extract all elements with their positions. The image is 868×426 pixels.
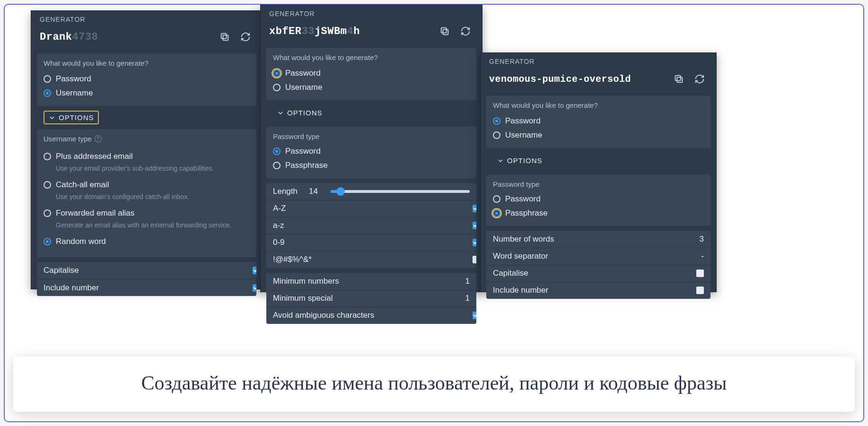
generator-panel-passphrase: GENERATOR venomous-pumice-oversold What … — [480, 52, 717, 292]
radio-icon — [273, 162, 281, 169]
generate-type-section: What would you like to generate? Passwor… — [37, 53, 256, 106]
radio-catchall[interactable]: Catch-all email — [44, 178, 250, 192]
row-include-number[interactable]: Include number — [37, 279, 256, 296]
radio-ptype-password[interactable]: Password — [493, 192, 704, 206]
username-type-label: Username type ? — [44, 135, 250, 143]
radio-icon — [273, 70, 281, 77]
options-toggle[interactable]: OPTIONS — [493, 155, 546, 166]
row-avoid-ambiguous[interactable]: Avoid ambiguous characters — [266, 307, 476, 324]
radio-icon — [273, 148, 281, 155]
checkbox-icon — [473, 256, 476, 263]
regenerate-icon[interactable] — [692, 71, 708, 87]
username-type-section: Username type ? Plus addressed email Use… — [37, 129, 256, 257]
radio-icon — [44, 238, 51, 245]
radio-plus-addressed[interactable]: Plus addressed email — [44, 149, 250, 164]
radio-icon — [44, 209, 51, 217]
radio-username[interactable]: Username — [493, 128, 704, 142]
generator-panel-username: GENERATOR Drank4738 What would you like … — [31, 10, 263, 289]
row-capitalise[interactable]: Capitalise — [37, 262, 256, 279]
username-extra-options: Capitalise Include number — [37, 262, 256, 296]
options-toggle[interactable]: OPTIONS — [44, 111, 99, 124]
row-min-numbers[interactable]: Minimum numbers 1 — [266, 273, 476, 290]
caption-banner: Создавайте надёжные имена пользователей,… — [13, 356, 855, 412]
row-num-words[interactable]: Number of words 3 — [486, 231, 710, 248]
generate-type-question: What would you like to generate? — [493, 101, 704, 109]
regenerate-icon[interactable] — [237, 29, 254, 45]
generator-panel-password: GENERATOR xbfER33jSWBm4h What would you … — [260, 5, 482, 292]
row-lowercase[interactable]: a-z — [266, 217, 476, 234]
copy-icon[interactable] — [437, 23, 453, 39]
chevron-down-icon — [48, 114, 56, 122]
radio-ptype-passphrase[interactable]: Passphrase — [493, 206, 704, 220]
radio-icon — [493, 117, 500, 125]
radio-label: Username — [56, 88, 93, 98]
radio-icon — [44, 75, 51, 83]
radio-icon — [273, 84, 281, 91]
radio-icon — [44, 89, 51, 97]
svg-rect-0 — [223, 35, 228, 40]
option-description: Use your email provider's sub-addressing… — [56, 165, 250, 172]
checkbox-icon — [473, 312, 476, 319]
generated-output: Drank4738 — [40, 31, 98, 43]
radio-password[interactable]: Password — [44, 72, 250, 86]
password-type-label: Password type — [273, 132, 470, 140]
options-header-row: OPTIONS — [266, 105, 476, 122]
row-uppercase[interactable]: A-Z — [266, 200, 476, 217]
svg-rect-3 — [441, 28, 447, 33]
generated-output: xbfER33jSWBm4h — [269, 26, 360, 37]
option-description: Generate an email alias with an external… — [56, 221, 250, 229]
password-type-section: Password type Password Passphrase — [266, 127, 476, 178]
slider-thumb[interactable] — [336, 187, 345, 196]
stage: GENERATOR Drank4738 What would you like … — [4, 4, 864, 422]
radio-ptype-passphrase[interactable]: Passphrase — [273, 158, 470, 173]
row-include-number[interactable]: Include number — [486, 282, 710, 299]
row-digits[interactable]: 0-9 — [266, 234, 476, 251]
radio-username[interactable]: Username — [44, 86, 250, 100]
panel-title: GENERATOR — [261, 5, 482, 20]
radio-ptype-password[interactable]: Password — [273, 144, 470, 158]
length-slider[interactable] — [331, 190, 470, 193]
panel-title: GENERATOR — [31, 11, 262, 26]
panel-title: GENERATOR — [481, 53, 716, 68]
radio-icon — [493, 131, 500, 139]
options-header-row: OPTIONS — [37, 111, 256, 124]
output-number: 4738 — [72, 31, 98, 43]
svg-rect-4 — [677, 77, 682, 82]
row-word-separator[interactable]: Word separator - — [486, 248, 710, 265]
radio-random-word[interactable]: Random word — [44, 235, 250, 249]
radio-icon — [44, 153, 51, 160]
generated-output-row: xbfER33jSWBm4h — [261, 20, 482, 48]
option-description: Use your domain's configured catch-all i… — [56, 193, 250, 200]
help-icon[interactable]: ? — [95, 135, 102, 142]
checkbox-icon — [253, 284, 256, 292]
row-min-special[interactable]: Minimum special 1 — [266, 290, 476, 307]
checkbox-icon — [473, 239, 476, 246]
passphrase-options: Number of words 3 Word separator - Capit… — [486, 231, 710, 299]
generated-output-row: venomous-pumice-oversold — [481, 68, 716, 96]
row-length[interactable]: Length 14 — [266, 183, 476, 200]
password-min-options: Minimum numbers 1 Minimum special 1 Avoi… — [266, 273, 476, 324]
generated-output-row: Drank4738 — [31, 26, 262, 53]
row-capitalise[interactable]: Capitalise — [486, 265, 710, 282]
regenerate-icon[interactable] — [457, 23, 473, 39]
length-value: 14 — [309, 187, 322, 196]
password-type-label: Password type — [493, 180, 704, 188]
copy-icon[interactable] — [671, 71, 687, 87]
copy-icon[interactable] — [217, 29, 233, 45]
options-toggle[interactable]: OPTIONS — [273, 107, 326, 119]
password-char-options: Length 14 A-Z a-z 0-9 !@#$%^&* — [266, 183, 476, 268]
row-special[interactable]: !@#$%^&* — [266, 251, 476, 268]
radio-username[interactable]: Username — [273, 80, 470, 95]
svg-rect-2 — [443, 29, 448, 35]
radio-password[interactable]: Password — [493, 114, 704, 128]
radio-forwarded-alias[interactable]: Forwarded email alias — [44, 206, 250, 220]
radio-password[interactable]: Password — [273, 66, 470, 80]
checkbox-icon — [696, 287, 704, 294]
checkbox-icon — [253, 267, 256, 274]
radio-icon — [493, 195, 500, 203]
radio-icon — [44, 181, 51, 189]
checkbox-icon — [696, 270, 704, 277]
checkbox-icon — [473, 205, 476, 212]
checkbox-icon — [473, 222, 476, 229]
generate-type-question: What would you like to generate? — [44, 59, 250, 67]
